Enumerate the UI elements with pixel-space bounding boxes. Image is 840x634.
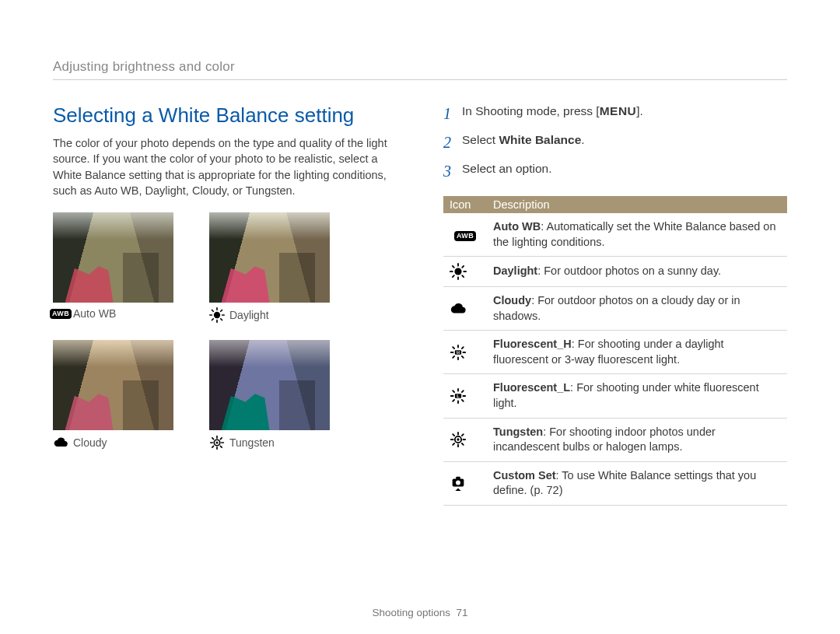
thumb-daylight: Daylight <box>209 212 330 323</box>
step-text: Select <box>462 133 499 146</box>
thumbnail-grid: AWB Auto WB Daylight Cloudy <box>53 212 397 450</box>
step-bold: White Balance <box>499 133 581 146</box>
step-2: 2 Select White Balance. <box>443 132 787 153</box>
table-row: Daylight: For outdoor photos on a sunny … <box>443 257 787 287</box>
thumb-image <box>53 212 173 303</box>
daylight-icon <box>450 263 481 280</box>
step-number: 2 <box>443 132 462 153</box>
fluorescent-l-icon: L <box>450 387 481 405</box>
awb-icon: AWB <box>454 228 476 240</box>
table-row: Custom Set: To use White Balance setting… <box>443 461 787 505</box>
thumb-image <box>53 340 173 430</box>
table-row: H Fluorescent_H: For shooting under a da… <box>443 331 787 374</box>
thumb-image <box>209 212 330 303</box>
footer-section: Shooting options <box>372 607 450 618</box>
svg-text:H: H <box>457 350 460 355</box>
thumb-cloudy: Cloudy <box>53 340 173 450</box>
daylight-icon <box>209 307 225 323</box>
table-row: Cloudy: For outdoor photos on a cloudy d… <box>443 287 787 331</box>
options-table: Icon Description AWB Auto WB: Automatica… <box>443 196 787 506</box>
step-1: 1 In Shooting mode, press [MENU]. <box>443 103 787 124</box>
page-title: Selecting a White Balance setting <box>53 103 397 128</box>
option-name: Auto WB <box>493 220 541 233</box>
cloudy-icon <box>450 300 481 317</box>
awb-icon: AWB <box>53 309 68 319</box>
option-name: Fluorescent_L <box>493 381 570 394</box>
steps-list: 1 In Shooting mode, press [MENU]. 2 Sele… <box>443 103 787 182</box>
menu-key: MENU <box>600 104 637 117</box>
thumb-label-text: Cloudy <box>73 436 107 449</box>
thumb-label-text: Daylight <box>229 309 269 321</box>
table-row: Tungsten: For shooting indoor photos und… <box>443 418 787 461</box>
option-name: Fluorescent_H <box>493 338 572 350</box>
breadcrumb: Adjusting brightness and color <box>53 59 787 80</box>
step-text: ]. <box>636 104 643 117</box>
thumb-label-text: Auto WB <box>73 307 116 320</box>
footer-page: 71 <box>457 607 468 618</box>
custom-set-icon <box>450 473 481 493</box>
step-text: Select an option. <box>462 161 551 182</box>
step-number: 1 <box>443 103 462 124</box>
thumb-label-text: Tungsten <box>229 436 275 449</box>
page-footer: Shooting options 71 <box>0 607 840 618</box>
tungsten-icon <box>450 431 481 448</box>
step-text: . <box>581 133 584 146</box>
col-header-description: Description <box>487 196 787 213</box>
option-name: Daylight <box>493 264 537 277</box>
option-name: Custom Set <box>493 469 556 482</box>
cloudy-icon <box>53 435 68 450</box>
step-text: In Shooting mode, press [ <box>462 104 600 117</box>
thumb-tungsten: Tungsten <box>209 340 330 450</box>
table-row: AWB Auto WB: Automatically set the White… <box>443 213 787 257</box>
fluorescent-h-icon: H <box>450 344 481 361</box>
option-name: Tungsten <box>493 426 543 438</box>
thumb-auto-wb: AWB Auto WB <box>53 212 173 323</box>
col-header-icon: Icon <box>443 196 487 213</box>
thumb-image <box>209 340 330 430</box>
option-name: Cloudy <box>493 294 531 306</box>
option-desc: : For outdoor photos on a sunny day. <box>537 264 721 277</box>
table-row: L Fluorescent_L: For shooting under whit… <box>443 374 787 418</box>
step-number: 3 <box>443 161 462 182</box>
tungsten-icon <box>209 435 225 450</box>
intro-paragraph: The color of your photo depends on the t… <box>53 135 397 198</box>
step-3: 3 Select an option. <box>443 161 787 182</box>
